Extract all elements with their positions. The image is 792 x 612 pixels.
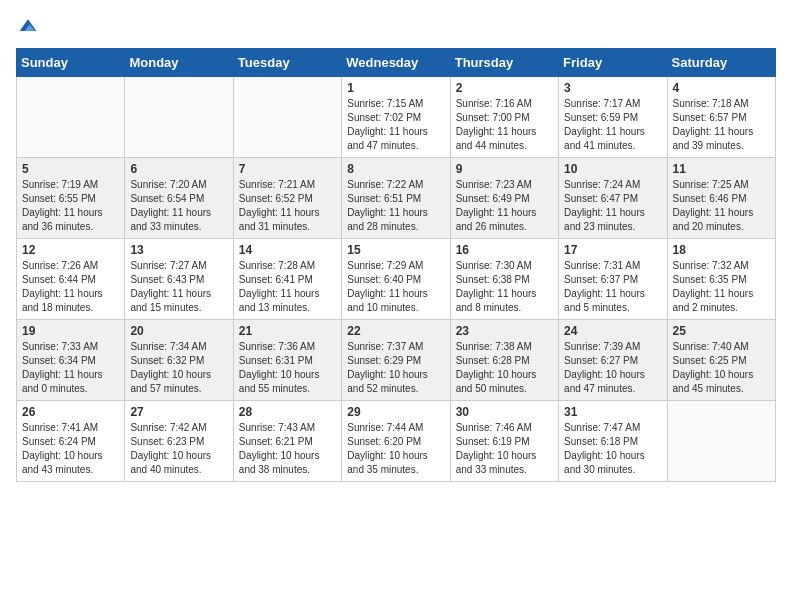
day-info: Sunrise: 7:39 AM Sunset: 6:27 PM Dayligh… — [564, 340, 661, 396]
calendar-cell: 8Sunrise: 7:22 AM Sunset: 6:51 PM Daylig… — [342, 158, 450, 239]
logo-icon — [18, 16, 38, 36]
day-number: 27 — [130, 405, 227, 419]
day-info: Sunrise: 7:20 AM Sunset: 6:54 PM Dayligh… — [130, 178, 227, 234]
calendar-cell: 27Sunrise: 7:42 AM Sunset: 6:23 PM Dayli… — [125, 401, 233, 482]
day-number: 16 — [456, 243, 553, 257]
logo — [16, 16, 38, 36]
calendar-cell: 14Sunrise: 7:28 AM Sunset: 6:41 PM Dayli… — [233, 239, 341, 320]
day-number: 30 — [456, 405, 553, 419]
day-number: 26 — [22, 405, 119, 419]
day-number: 6 — [130, 162, 227, 176]
calendar-cell: 30Sunrise: 7:46 AM Sunset: 6:19 PM Dayli… — [450, 401, 558, 482]
calendar-cell: 5Sunrise: 7:19 AM Sunset: 6:55 PM Daylig… — [17, 158, 125, 239]
calendar-cell: 20Sunrise: 7:34 AM Sunset: 6:32 PM Dayli… — [125, 320, 233, 401]
day-info: Sunrise: 7:18 AM Sunset: 6:57 PM Dayligh… — [673, 97, 770, 153]
calendar-week-2: 5Sunrise: 7:19 AM Sunset: 6:55 PM Daylig… — [17, 158, 776, 239]
day-info: Sunrise: 7:41 AM Sunset: 6:24 PM Dayligh… — [22, 421, 119, 477]
calendar-cell: 7Sunrise: 7:21 AM Sunset: 6:52 PM Daylig… — [233, 158, 341, 239]
day-info: Sunrise: 7:38 AM Sunset: 6:28 PM Dayligh… — [456, 340, 553, 396]
calendar-cell: 21Sunrise: 7:36 AM Sunset: 6:31 PM Dayli… — [233, 320, 341, 401]
day-number: 4 — [673, 81, 770, 95]
day-info: Sunrise: 7:31 AM Sunset: 6:37 PM Dayligh… — [564, 259, 661, 315]
calendar-cell: 25Sunrise: 7:40 AM Sunset: 6:25 PM Dayli… — [667, 320, 775, 401]
day-info: Sunrise: 7:43 AM Sunset: 6:21 PM Dayligh… — [239, 421, 336, 477]
calendar-cell: 11Sunrise: 7:25 AM Sunset: 6:46 PM Dayli… — [667, 158, 775, 239]
day-number: 13 — [130, 243, 227, 257]
calendar-cell — [667, 401, 775, 482]
calendar-cell: 4Sunrise: 7:18 AM Sunset: 6:57 PM Daylig… — [667, 77, 775, 158]
day-header-wednesday: Wednesday — [342, 49, 450, 77]
day-number: 7 — [239, 162, 336, 176]
calendar-week-1: 1Sunrise: 7:15 AM Sunset: 7:02 PM Daylig… — [17, 77, 776, 158]
day-info: Sunrise: 7:36 AM Sunset: 6:31 PM Dayligh… — [239, 340, 336, 396]
day-info: Sunrise: 7:15 AM Sunset: 7:02 PM Dayligh… — [347, 97, 444, 153]
calendar-cell: 10Sunrise: 7:24 AM Sunset: 6:47 PM Dayli… — [559, 158, 667, 239]
day-number: 11 — [673, 162, 770, 176]
day-info: Sunrise: 7:44 AM Sunset: 6:20 PM Dayligh… — [347, 421, 444, 477]
day-info: Sunrise: 7:32 AM Sunset: 6:35 PM Dayligh… — [673, 259, 770, 315]
day-info: Sunrise: 7:34 AM Sunset: 6:32 PM Dayligh… — [130, 340, 227, 396]
day-number: 9 — [456, 162, 553, 176]
calendar-cell: 13Sunrise: 7:27 AM Sunset: 6:43 PM Dayli… — [125, 239, 233, 320]
calendar-table: SundayMondayTuesdayWednesdayThursdayFrid… — [16, 48, 776, 482]
calendar-cell: 15Sunrise: 7:29 AM Sunset: 6:40 PM Dayli… — [342, 239, 450, 320]
day-number: 20 — [130, 324, 227, 338]
day-number: 28 — [239, 405, 336, 419]
day-number: 18 — [673, 243, 770, 257]
day-info: Sunrise: 7:30 AM Sunset: 6:38 PM Dayligh… — [456, 259, 553, 315]
day-number: 23 — [456, 324, 553, 338]
calendar-cell — [17, 77, 125, 158]
day-number: 15 — [347, 243, 444, 257]
day-info: Sunrise: 7:23 AM Sunset: 6:49 PM Dayligh… — [456, 178, 553, 234]
calendar-header-row: SundayMondayTuesdayWednesdayThursdayFrid… — [17, 49, 776, 77]
day-info: Sunrise: 7:21 AM Sunset: 6:52 PM Dayligh… — [239, 178, 336, 234]
calendar-cell: 16Sunrise: 7:30 AM Sunset: 6:38 PM Dayli… — [450, 239, 558, 320]
calendar-cell: 3Sunrise: 7:17 AM Sunset: 6:59 PM Daylig… — [559, 77, 667, 158]
day-info: Sunrise: 7:24 AM Sunset: 6:47 PM Dayligh… — [564, 178, 661, 234]
calendar-cell: 31Sunrise: 7:47 AM Sunset: 6:18 PM Dayli… — [559, 401, 667, 482]
day-number: 8 — [347, 162, 444, 176]
day-number: 12 — [22, 243, 119, 257]
calendar-cell: 6Sunrise: 7:20 AM Sunset: 6:54 PM Daylig… — [125, 158, 233, 239]
calendar-cell: 29Sunrise: 7:44 AM Sunset: 6:20 PM Dayli… — [342, 401, 450, 482]
page-header — [16, 16, 776, 36]
calendar-cell — [125, 77, 233, 158]
day-info: Sunrise: 7:33 AM Sunset: 6:34 PM Dayligh… — [22, 340, 119, 396]
day-header-saturday: Saturday — [667, 49, 775, 77]
day-info: Sunrise: 7:37 AM Sunset: 6:29 PM Dayligh… — [347, 340, 444, 396]
calendar-cell: 22Sunrise: 7:37 AM Sunset: 6:29 PM Dayli… — [342, 320, 450, 401]
day-info: Sunrise: 7:47 AM Sunset: 6:18 PM Dayligh… — [564, 421, 661, 477]
day-header-sunday: Sunday — [17, 49, 125, 77]
calendar-week-5: 26Sunrise: 7:41 AM Sunset: 6:24 PM Dayli… — [17, 401, 776, 482]
day-number: 17 — [564, 243, 661, 257]
day-info: Sunrise: 7:42 AM Sunset: 6:23 PM Dayligh… — [130, 421, 227, 477]
day-info: Sunrise: 7:17 AM Sunset: 6:59 PM Dayligh… — [564, 97, 661, 153]
day-number: 14 — [239, 243, 336, 257]
day-info: Sunrise: 7:27 AM Sunset: 6:43 PM Dayligh… — [130, 259, 227, 315]
calendar-week-4: 19Sunrise: 7:33 AM Sunset: 6:34 PM Dayli… — [17, 320, 776, 401]
day-number: 1 — [347, 81, 444, 95]
calendar-cell: 24Sunrise: 7:39 AM Sunset: 6:27 PM Dayli… — [559, 320, 667, 401]
calendar-week-3: 12Sunrise: 7:26 AM Sunset: 6:44 PM Dayli… — [17, 239, 776, 320]
day-info: Sunrise: 7:40 AM Sunset: 6:25 PM Dayligh… — [673, 340, 770, 396]
calendar-cell: 1Sunrise: 7:15 AM Sunset: 7:02 PM Daylig… — [342, 77, 450, 158]
day-number: 31 — [564, 405, 661, 419]
day-header-thursday: Thursday — [450, 49, 558, 77]
calendar-cell: 26Sunrise: 7:41 AM Sunset: 6:24 PM Dayli… — [17, 401, 125, 482]
day-info: Sunrise: 7:46 AM Sunset: 6:19 PM Dayligh… — [456, 421, 553, 477]
day-info: Sunrise: 7:16 AM Sunset: 7:00 PM Dayligh… — [456, 97, 553, 153]
calendar-cell: 23Sunrise: 7:38 AM Sunset: 6:28 PM Dayli… — [450, 320, 558, 401]
calendar-cell: 12Sunrise: 7:26 AM Sunset: 6:44 PM Dayli… — [17, 239, 125, 320]
day-number: 29 — [347, 405, 444, 419]
day-number: 25 — [673, 324, 770, 338]
day-number: 2 — [456, 81, 553, 95]
day-number: 21 — [239, 324, 336, 338]
calendar-cell: 19Sunrise: 7:33 AM Sunset: 6:34 PM Dayli… — [17, 320, 125, 401]
day-number: 24 — [564, 324, 661, 338]
day-info: Sunrise: 7:19 AM Sunset: 6:55 PM Dayligh… — [22, 178, 119, 234]
day-info: Sunrise: 7:29 AM Sunset: 6:40 PM Dayligh… — [347, 259, 444, 315]
calendar-cell: 17Sunrise: 7:31 AM Sunset: 6:37 PM Dayli… — [559, 239, 667, 320]
day-info: Sunrise: 7:22 AM Sunset: 6:51 PM Dayligh… — [347, 178, 444, 234]
day-info: Sunrise: 7:28 AM Sunset: 6:41 PM Dayligh… — [239, 259, 336, 315]
day-number: 22 — [347, 324, 444, 338]
